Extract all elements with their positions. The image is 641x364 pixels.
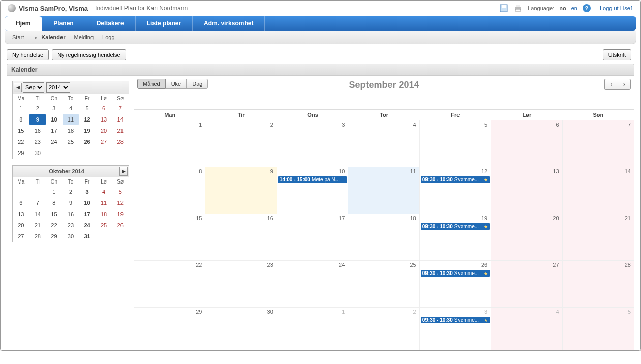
mini-day[interactable]: 1	[13, 103, 29, 114]
help-icon[interactable]: ?	[583, 4, 591, 12]
nav-tab-hjem[interactable]: Hjem	[5, 16, 42, 31]
day-cell[interactable]: 8	[134, 167, 205, 214]
mini-day[interactable]: 6	[13, 197, 29, 208]
new-recurring-button[interactable]: Ny regelmessig hendelse	[52, 49, 126, 60]
mini-day[interactable]: 4	[63, 103, 79, 114]
mini-day[interactable]: 8	[46, 197, 63, 208]
new-event-button[interactable]: Ny hendelse	[7, 49, 49, 60]
day-cell[interactable]: 309:30 - 10:30Svømme...★	[420, 308, 491, 351]
mini-day[interactable]: 27	[13, 231, 29, 242]
mini-prev-icon[interactable]: ◀	[14, 83, 22, 92]
mini-day[interactable]: 19	[79, 125, 96, 136]
mini-day[interactable]: 28	[112, 136, 129, 147]
day-cell[interactable]: 22	[134, 261, 205, 307]
mini-day[interactable]: 13	[96, 114, 112, 125]
next-month-icon[interactable]: ›	[618, 79, 631, 90]
day-cell[interactable]: 16	[205, 214, 277, 260]
mini-day[interactable]: 16	[63, 208, 79, 220]
mini-day[interactable]: 7	[112, 103, 129, 114]
day-cell[interactable]: 4	[348, 120, 419, 167]
day-cell[interactable]: 24	[277, 261, 348, 307]
mini-day[interactable]: 14	[112, 114, 129, 125]
day-cell[interactable]: 1	[277, 308, 348, 351]
mini-day[interactable]: 21	[112, 125, 129, 136]
mini-day[interactable]: 2	[63, 186, 79, 197]
subnav-kalender[interactable]: Kalender	[41, 34, 65, 40]
lang-en[interactable]: en	[571, 5, 577, 11]
mini-day[interactable]: 29	[13, 147, 29, 159]
day-cell[interactable]: 1014:00 - 15:00Møte på N...	[277, 167, 348, 214]
day-cell[interactable]: 28	[563, 261, 634, 307]
view-day[interactable]: Dag	[187, 79, 208, 89]
day-cell[interactable]: 14	[563, 167, 634, 214]
day-cell[interactable]: 1	[134, 120, 205, 167]
logout-link[interactable]: Logg ut Lise1	[600, 5, 633, 11]
mini-day[interactable]: 20	[13, 220, 29, 231]
day-cell[interactable]: 20	[491, 214, 562, 260]
mini-day[interactable]: 10	[79, 197, 96, 208]
mini-day[interactable]: 16	[29, 125, 46, 136]
mini-day[interactable]: 11	[63, 114, 79, 125]
nav-tab-deltakere[interactable]: Deltakere	[85, 16, 136, 31]
day-cell[interactable]: 2	[348, 308, 419, 351]
mini-day[interactable]: 4	[96, 186, 112, 197]
mini-day[interactable]: 26	[79, 136, 96, 147]
mini-day[interactable]: 2	[29, 103, 46, 114]
day-cell[interactable]: 29	[134, 308, 205, 351]
mini-day[interactable]: 12	[112, 197, 129, 208]
mini-day[interactable]: 15	[13, 125, 29, 136]
calendar-event[interactable]: 09:30 - 10:30Svømme...★	[421, 176, 490, 183]
calendar-event[interactable]: 14:00 - 15:00Møte på N...	[278, 176, 347, 183]
lang-no[interactable]: no	[559, 5, 566, 11]
day-cell[interactable]: 30	[205, 308, 277, 351]
mini-day[interactable]: 23	[63, 220, 79, 231]
mini-day[interactable]: 7	[29, 197, 46, 208]
save-icon[interactable]	[499, 4, 508, 13]
mini-day[interactable]: 29	[46, 231, 63, 242]
calendar-event[interactable]: 09:30 - 10:30Svømme...★	[421, 270, 490, 277]
mini-day[interactable]: 21	[29, 220, 46, 231]
day-cell[interactable]: 13	[491, 167, 562, 214]
day-cell[interactable]: 9	[205, 167, 277, 214]
mini-day[interactable]: 28	[29, 231, 46, 242]
print-button[interactable]: Utskrift	[603, 49, 631, 60]
day-cell[interactable]: 17	[277, 214, 348, 260]
prev-month-icon[interactable]: ‹	[604, 79, 618, 90]
mini-day[interactable]: 18	[63, 125, 79, 136]
mini-day[interactable]: 6	[96, 103, 112, 114]
mini-day[interactable]: 31	[79, 231, 96, 242]
day-cell[interactable]: 2	[205, 120, 277, 167]
mini-day[interactable]: 14	[29, 208, 46, 220]
mini-day[interactable]: 25	[63, 136, 79, 147]
mini-day[interactable]: 5	[112, 186, 129, 197]
nav-tab-planen[interactable]: Planen	[42, 16, 85, 31]
day-cell[interactable]: 1909:30 - 10:30Svømme...★	[420, 214, 491, 260]
mini-day[interactable]: 22	[13, 136, 29, 147]
nav-tab-liste-planer[interactable]: Liste planer	[136, 16, 193, 31]
day-cell[interactable]: 27	[491, 261, 562, 307]
mini-day[interactable]: 18	[96, 208, 112, 220]
mini-day[interactable]: 11	[96, 197, 112, 208]
view-week[interactable]: Uke	[166, 79, 187, 89]
day-cell[interactable]: 3	[277, 120, 348, 167]
mini-day[interactable]: 17	[79, 208, 96, 220]
day-cell[interactable]: 5	[563, 308, 634, 351]
calendar-event[interactable]: 09:30 - 10:30Svømme...★	[421, 223, 490, 230]
day-cell[interactable]: 21	[563, 214, 634, 260]
day-cell[interactable]: 5	[420, 120, 491, 167]
subnav-melding[interactable]: Melding	[74, 34, 94, 40]
day-cell[interactable]: 4	[491, 308, 562, 351]
mini-day[interactable]: 15	[46, 208, 63, 220]
subnav-logg[interactable]: Logg	[102, 34, 114, 40]
mini-day[interactable]: 9	[63, 197, 79, 208]
mini-day[interactable]: 24	[46, 136, 63, 147]
mini-day[interactable]: 3	[79, 186, 96, 197]
view-month[interactable]: Måned	[137, 79, 166, 89]
day-cell[interactable]: 25	[348, 261, 419, 307]
mini-day[interactable]: 13	[13, 208, 29, 220]
day-cell[interactable]: 2609:30 - 10:30Svømme...★	[420, 261, 491, 307]
mini-day[interactable]: 17	[46, 125, 63, 136]
mini-day[interactable]: 10	[46, 114, 63, 125]
mini-next-icon[interactable]: ▶	[119, 167, 128, 176]
day-cell[interactable]: 11	[348, 167, 419, 214]
